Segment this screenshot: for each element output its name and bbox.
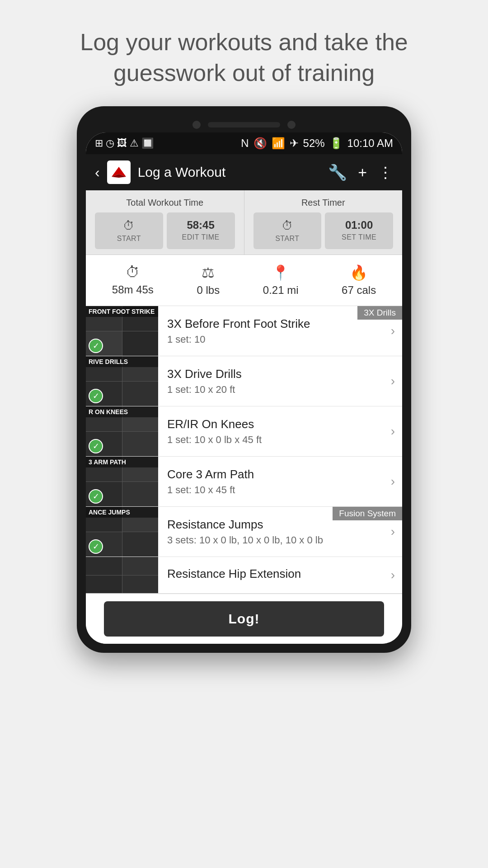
- workout-timer: Total Workout Time ⏱ START 58:45 EDIT TI…: [86, 190, 244, 255]
- section-tag-drills: 3X Drills: [357, 306, 402, 320]
- thumb-label-2: RIVE DRILLS: [86, 356, 158, 367]
- wrench-icon[interactable]: 🔧: [328, 163, 347, 181]
- rest-timer: Rest Timer ⏱ START 01:00 SET TIME: [244, 190, 403, 255]
- chevron-right-icon-2: ›: [391, 374, 402, 388]
- completed-check-3: ✓: [89, 439, 103, 453]
- workout-start-button[interactable]: ⏱ START: [95, 212, 163, 249]
- exercise-list: 3X Drills FRONT FOOT STRIKE ✓ 3X Before …: [86, 306, 402, 594]
- exercise-sets-3: 1 set: 10 x 0 lb x 45 ft: [167, 434, 382, 446]
- status-battery: 52%: [303, 137, 325, 150]
- exercise-item-1[interactable]: FRONT FOOT STRIKE ✓ 3X Before Front Foot…: [86, 306, 402, 356]
- exercise-name-6: Resistance Hip Extension: [167, 567, 382, 581]
- stat-weight-value: 0 lbs: [197, 284, 220, 297]
- exercise-sets-4: 1 set: 10 x 45 ft: [167, 484, 382, 496]
- app-bar-actions: 🔧 + ⋮: [328, 163, 393, 181]
- status-icons: ⊞ ◷ 🖼 ⚠ 🔲: [95, 137, 154, 149]
- workout-edit-label: EDIT TIME: [182, 233, 220, 241]
- rest-start-button[interactable]: ⏱ START: [253, 212, 322, 249]
- exercise-info-6: Resistance Hip Extension: [158, 561, 391, 590]
- log-button[interactable]: Log!: [104, 601, 384, 637]
- status-airplane: ✈: [290, 137, 299, 150]
- stat-distance-value: 0.21 mi: [263, 284, 299, 297]
- completed-check-5: ✓: [89, 539, 103, 554]
- stat-distance: 📍 0.21 mi: [263, 264, 299, 297]
- exercise-thumb-2: RIVE DRILLS ✓: [86, 356, 158, 406]
- exercise-info-1: 3X Before Front Foot Strike 1 set: 10: [158, 311, 391, 352]
- stat-time-value: 58m 45s: [112, 283, 154, 296]
- exercise-thumb-1: FRONT FOOT STRIKE ✓: [86, 306, 158, 356]
- status-wifi: 📶: [272, 137, 285, 150]
- exercise-info-3: ER/IR On Knees 1 set: 10 x 0 lb x 45 ft: [158, 411, 391, 452]
- phone-screen: ⊞ ◷ 🖼 ⚠ 🔲 N 🔇 📶 ✈ 52%🔋 10:10 AM ‹: [86, 132, 402, 644]
- speaker-grille: [208, 122, 280, 127]
- fire-icon: 🔥: [350, 264, 368, 281]
- app-logo: [107, 160, 131, 184]
- thumb-label-1: FRONT FOOT STRIKE: [86, 306, 158, 317]
- app-bar-title: Log a Workout: [138, 165, 321, 180]
- status-time: 10:10 AM: [347, 137, 393, 150]
- location-icon: 📍: [272, 264, 290, 281]
- phone-frame: ⊞ ◷ 🖼 ⚠ 🔲 N 🔇 📶 ✈ 52%🔋 10:10 AM ‹: [77, 106, 411, 653]
- weight-icon: ⚖: [202, 264, 215, 281]
- exercise-name-4: Core 3 Arm Path: [167, 467, 382, 481]
- workout-start-label: START: [117, 235, 141, 243]
- more-menu-button[interactable]: ⋮: [378, 163, 393, 181]
- completed-check-1: ✓: [89, 339, 103, 353]
- stat-calories-value: 67 cals: [342, 284, 376, 297]
- exercise-item-4[interactable]: 3 ARM PATH ✓ Core 3 Arm Path 1 set: 10 x…: [86, 457, 402, 507]
- exercise-item-3[interactable]: R ON KNEES ✓ ER/IR On Knees 1 set: 10 x …: [86, 406, 402, 457]
- rest-time-display: 01:00: [345, 219, 373, 231]
- section-tag-fusion: Fusion System: [333, 507, 402, 520]
- workout-time-display: 58:45: [187, 219, 214, 231]
- exercise-thumb-6: [86, 557, 158, 593]
- rest-clock-icon: ⏱: [282, 219, 293, 233]
- camera-dot-2: [287, 121, 296, 129]
- thumb-label-3: R ON KNEES: [86, 406, 158, 417]
- rest-timer-controls: ⏱ START 01:00 SET TIME: [253, 212, 394, 249]
- workout-timer-controls: ⏱ START 58:45 EDIT TIME: [95, 212, 235, 249]
- status-left-icons: ⊞ ◷ 🖼 ⚠ 🔲: [95, 137, 154, 149]
- log-button-bar: Log!: [86, 594, 402, 644]
- exercise-item-2[interactable]: RIVE DRILLS ✓ 3X Drive Drills 1 set: 10 …: [86, 356, 402, 406]
- app-bar: ‹ Log a Workout 🔧 + ⋮: [86, 154, 402, 190]
- chevron-right-icon-5: ›: [391, 524, 402, 539]
- chevron-right-icon-6: ›: [391, 568, 402, 582]
- chevron-right-icon-1: ›: [391, 324, 402, 338]
- completed-check-2: ✓: [89, 389, 103, 403]
- workout-edit-button[interactable]: 58:45 EDIT TIME: [167, 212, 235, 249]
- add-button[interactable]: +: [358, 164, 367, 181]
- stats-bar: ⏱ 58m 45s ⚖ 0 lbs 📍 0.21 mi 🔥 67 cals: [86, 255, 402, 306]
- timer-section: Total Workout Time ⏱ START 58:45 EDIT TI…: [86, 190, 402, 255]
- exercise-sets-2: 1 set: 10 x 20 ft: [167, 384, 382, 396]
- exercise-info-4: Core 3 Arm Path 1 set: 10 x 45 ft: [158, 461, 391, 502]
- stopwatch-icon: ⏱: [126, 264, 140, 281]
- stat-time: ⏱ 58m 45s: [112, 264, 154, 297]
- tagline: Log your workouts and take the guesswork…: [0, 0, 488, 106]
- back-button[interactable]: ‹: [95, 164, 100, 181]
- chevron-right-icon-4: ›: [391, 474, 402, 489]
- rest-set-label: SET TIME: [342, 233, 376, 241]
- exercise-thumb-4: 3 ARM PATH ✓: [86, 457, 158, 506]
- exercise-thumb-3: R ON KNEES ✓: [86, 406, 158, 456]
- workout-timer-label: Total Workout Time: [95, 198, 235, 208]
- rest-set-button[interactable]: 01:00 SET TIME: [325, 212, 393, 249]
- exercise-sets-5: 3 sets: 10 x 0 lb, 10 x 0 lb, 10 x 0 lb: [167, 534, 382, 546]
- status-right: N 🔇 📶 ✈ 52%🔋 10:10 AM: [241, 137, 393, 150]
- exercise-sets-1: 1 set: 10: [167, 334, 382, 345]
- status-nfc: N: [241, 137, 249, 150]
- exercise-name-3: ER/IR On Knees: [167, 417, 382, 431]
- status-bar: ⊞ ◷ 🖼 ⚠ 🔲 N 🔇 📶 ✈ 52%🔋 10:10 AM: [86, 132, 402, 154]
- stat-weight: ⚖ 0 lbs: [197, 264, 220, 297]
- phone-top-decoration: [86, 115, 402, 132]
- status-mute: 🔇: [253, 137, 267, 150]
- camera-dot: [192, 121, 201, 129]
- completed-check-4: ✓: [89, 489, 103, 504]
- rest-timer-label: Rest Timer: [253, 198, 394, 208]
- exercise-item-6[interactable]: Resistance Hip Extension ›: [86, 557, 402, 594]
- thumb-label-5: ANCE JUMPS: [86, 507, 158, 518]
- chevron-right-icon-3: ›: [391, 424, 402, 439]
- exercise-thumb-5: ANCE JUMPS ✓: [86, 507, 158, 557]
- rest-start-label: START: [275, 235, 299, 243]
- clock-icon: ⏱: [123, 219, 135, 233]
- thumb-label-4: 3 ARM PATH: [86, 457, 158, 467]
